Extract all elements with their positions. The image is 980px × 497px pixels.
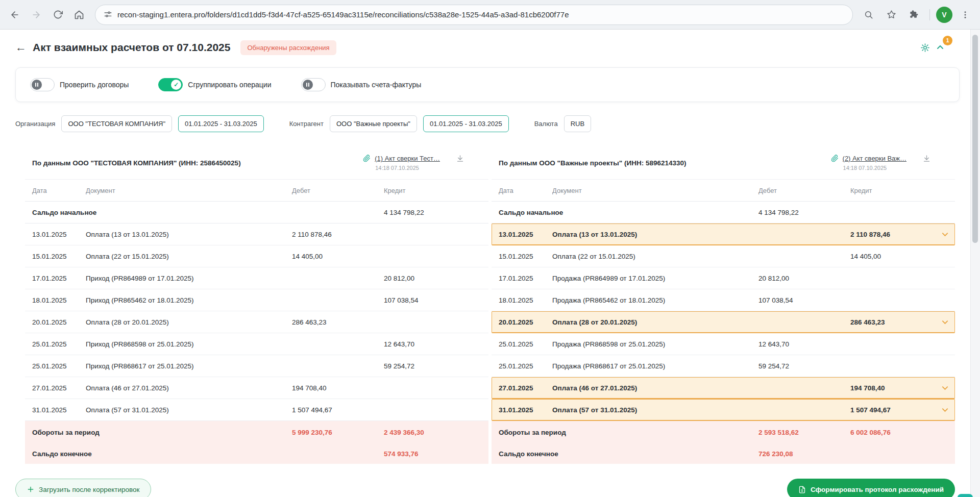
zoom-icon[interactable] bbox=[859, 5, 878, 24]
row-date: 20.01.2025 bbox=[499, 318, 552, 326]
row-credit: 20 812,00 bbox=[384, 275, 488, 282]
chevron-down-icon[interactable] bbox=[941, 406, 949, 414]
discrepancies-badge: Обнаружены расхождения bbox=[240, 40, 336, 55]
row-date: 13.01.2025 bbox=[499, 231, 552, 238]
rows-container: 13.01.2025Оплата (13 от 13.01.2025)2 110… bbox=[492, 223, 955, 421]
opening-balance-row: Сальдо начальное 4 134 798,22 bbox=[25, 202, 488, 223]
row-debit: 59 254,72 bbox=[758, 362, 850, 370]
row-date: 27.01.2025 bbox=[499, 384, 552, 392]
toggle-check-contracts[interactable]: Проверить договоры bbox=[30, 78, 129, 91]
upload-button-label: Загрузить после корректировок bbox=[39, 486, 139, 493]
download-icon[interactable] bbox=[456, 155, 464, 162]
back-icon[interactable] bbox=[5, 5, 24, 24]
col-credit: Кредит bbox=[850, 187, 955, 194]
create-discrepancy-protocol-button[interactable]: Сформировать протокол расхождений bbox=[787, 479, 955, 497]
organization-period-chip[interactable]: 01.01.2025 - 31.03.2025 bbox=[178, 115, 264, 132]
row-date: 15.01.2025 bbox=[499, 253, 552, 260]
scrollbar-thumb[interactable] bbox=[972, 35, 978, 243]
table-row: 15.01.2025Оплата (22 от 15.01.2025)14 40… bbox=[25, 245, 488, 267]
home-icon[interactable] bbox=[69, 5, 89, 24]
profile-avatar[interactable]: V bbox=[936, 7, 952, 23]
switch-knob[interactable] bbox=[32, 80, 42, 90]
table-row: 17.01.2025Продажа (PR864989 от 17.01.202… bbox=[492, 267, 955, 289]
row-debit: 107 038,54 bbox=[758, 296, 850, 304]
opening-balance-row: Сальдо начальное 4 134 798,22 bbox=[492, 202, 955, 223]
panel-title: По данным ООО "ТЕСТОВАЯ КОМПАНИЯ" (ИНН: … bbox=[32, 159, 241, 167]
switch-knob[interactable] bbox=[171, 80, 181, 90]
row-credit: 107 038,54 bbox=[384, 296, 488, 304]
row-document: Оплата (57 от 31.01.2025) bbox=[86, 406, 292, 414]
row-document: Приход (PR868598 от 25.01.2025) bbox=[86, 340, 292, 348]
download-icon[interactable] bbox=[923, 155, 930, 162]
gear-icon[interactable] bbox=[920, 43, 930, 53]
row-credit: 194 708,40 bbox=[850, 384, 955, 392]
table-row: 13.01.2025Оплата (13 от 13.01.2025)2 110… bbox=[25, 223, 488, 245]
col-date: Дата bbox=[499, 187, 552, 194]
toggle-group-operations[interactable]: Сгруппировать операции bbox=[158, 78, 271, 91]
row-debit: 12 643,70 bbox=[758, 340, 850, 348]
row-credit: 4 134 798,22 bbox=[384, 209, 488, 216]
options-card: Проверить договоры Сгруппировать операци… bbox=[15, 67, 960, 102]
back-arrow-icon[interactable]: ← bbox=[15, 42, 27, 53]
browser-toolbar: recon-staging1.entera.pro/folders/d1cd1d… bbox=[0, 0, 980, 30]
col-document: Документ bbox=[86, 187, 292, 194]
address-bar[interactable]: recon-staging1.entera.pro/folders/d1cd1d… bbox=[95, 5, 853, 25]
organization-chip[interactable]: ООО "ТЕСТОВАЯ КОМПАНИЯ" bbox=[61, 115, 172, 132]
right-table-panel: По данным ООО "Важные проекты" (ИНН: 589… bbox=[492, 146, 955, 464]
row-document: Продажа (PR864989 от 17.01.2025) bbox=[552, 275, 758, 282]
toolbar-divider bbox=[929, 9, 930, 20]
row-credit: 12 643,70 bbox=[384, 340, 488, 348]
extensions-icon[interactable] bbox=[904, 5, 923, 24]
upload-after-corrections-button[interactable]: Загрузить после корректировок bbox=[15, 479, 151, 497]
switch-track[interactable] bbox=[30, 78, 55, 91]
row-label: Сальдо начальное bbox=[32, 209, 292, 216]
chat-widget[interactable] bbox=[958, 494, 973, 497]
table-row: 25.01.2025Продажа (PR868617 от 25.01.202… bbox=[492, 355, 955, 377]
currency-chip[interactable]: RUB bbox=[564, 115, 591, 132]
menu-kebab-icon[interactable] bbox=[955, 5, 975, 24]
table-row-discrepancy[interactable]: 20.01.2025Оплата (28 от 20.01.2025)286 4… bbox=[492, 311, 955, 333]
notification-badge[interactable]: 1 bbox=[943, 36, 952, 45]
row-credit: 14 405,00 bbox=[850, 253, 955, 260]
chevron-down-icon[interactable] bbox=[941, 318, 949, 326]
collapse-chevron-icon[interactable] bbox=[936, 43, 944, 52]
counterparty-period-chip[interactable]: 01.01.2025 - 31.03.2025 bbox=[423, 115, 509, 132]
chevron-down-icon[interactable] bbox=[941, 231, 949, 238]
bookmark-star-icon[interactable] bbox=[881, 5, 901, 24]
row-credit: 1 507 494,67 bbox=[850, 406, 955, 414]
plus-icon bbox=[27, 486, 34, 493]
row-date: 18.01.2025 bbox=[32, 296, 86, 304]
switch-knob[interactable] bbox=[303, 80, 313, 90]
table-row-discrepancy[interactable]: 31.01.2025Оплата (57 от 31.01.2025)1 507… bbox=[492, 399, 955, 421]
table-row: 25.01.2025Продажа (PR868598 от 25.01.202… bbox=[492, 333, 955, 355]
row-credit: 2 110 878,46 bbox=[850, 231, 955, 238]
chevron-down-icon[interactable] bbox=[941, 384, 949, 392]
footer-actions: Загрузить после корректировок Сформирова… bbox=[0, 474, 970, 497]
attachment-link[interactable]: (2) Акт сверки Важ… bbox=[843, 155, 906, 162]
page-scrollbar[interactable] bbox=[970, 30, 980, 497]
reload-icon[interactable] bbox=[48, 5, 67, 24]
attachment-block: (1) Акт сверки Тест… 14:18 07.10.2025 bbox=[363, 155, 464, 171]
switch-track[interactable] bbox=[158, 78, 183, 91]
turnover-row: Обороты за период 2 593 518,62 6 002 086… bbox=[492, 421, 955, 443]
row-document: Оплата (46 от 27.01.2025) bbox=[552, 384, 758, 392]
row-document: Приход (PR865462 от 18.01.2025) bbox=[86, 296, 292, 304]
toggle-show-invoices[interactable]: Показывать счета-фактуры bbox=[301, 78, 422, 91]
switch-track[interactable] bbox=[301, 78, 326, 91]
forward-icon[interactable] bbox=[27, 5, 46, 24]
toggle-label: Проверить договоры bbox=[60, 81, 129, 89]
row-document: Оплата (46 от 27.01.2025) bbox=[86, 384, 292, 392]
table-row-discrepancy[interactable]: 13.01.2025Оплата (13 от 13.01.2025)2 110… bbox=[492, 223, 955, 245]
table-row: 17.01.2025Приход (PR864989 от 17.01.2025… bbox=[25, 267, 488, 289]
reconciliation-tables: По данным ООО "ТЕСТОВАЯ КОМПАНИЯ" (ИНН: … bbox=[25, 146, 955, 464]
attachment-link[interactable]: (1) Акт сверки Тест… bbox=[375, 155, 440, 162]
row-document: Оплата (22 от 15.01.2025) bbox=[86, 253, 292, 260]
col-date: Дата bbox=[32, 187, 86, 194]
row-credit: 59 254,72 bbox=[384, 362, 488, 370]
table-row-discrepancy[interactable]: 27.01.2025Оплата (46 от 27.01.2025)194 7… bbox=[492, 377, 955, 399]
toggle-label: Показывать счета-фактуры bbox=[331, 81, 422, 89]
table-row: 18.01.2025Приход (PR865462 от 18.01.2025… bbox=[25, 289, 488, 311]
counterparty-chip[interactable]: ООО "Важные проекты" bbox=[330, 115, 417, 132]
row-debit: 726 230,08 bbox=[758, 450, 850, 458]
site-settings-icon[interactable] bbox=[104, 10, 112, 19]
